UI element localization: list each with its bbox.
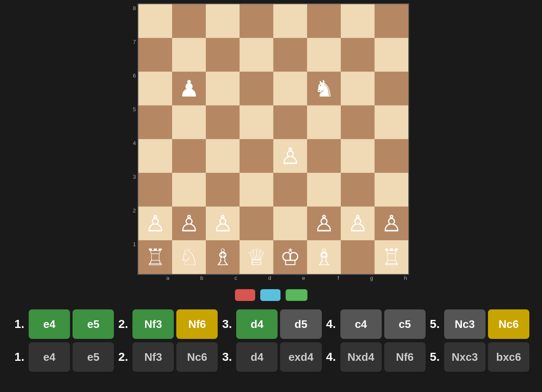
square-d2[interactable] xyxy=(240,207,273,240)
guess-move-number-1: 1. xyxy=(13,317,26,331)
square-f1[interactable]: ♗ xyxy=(307,240,341,274)
guess-tile-2-black[interactable]: Nf6 xyxy=(176,309,218,339)
guess-tile-5-black[interactable]: Nc6 xyxy=(488,309,529,339)
square-h3[interactable] xyxy=(375,173,408,207)
square-f3[interactable] xyxy=(307,173,341,207)
square-b2[interactable]: ♙ xyxy=(172,207,206,240)
square-d1[interactable]: ♕ xyxy=(240,240,273,274)
chess-piece: ♕ xyxy=(246,246,267,268)
square-h2[interactable]: ♙ xyxy=(375,207,408,240)
answer-tile-2-black: Nc6 xyxy=(176,342,218,372)
answer-row: 1.e4e52.Nf3Nc63.d4exd44.Nxd4Nf65.Nxc3bxc… xyxy=(13,342,529,372)
square-f4[interactable] xyxy=(307,139,341,173)
square-a8[interactable] xyxy=(138,4,172,38)
guess-tile-1-white[interactable]: e4 xyxy=(29,309,70,339)
square-c6[interactable] xyxy=(206,72,240,105)
fill-correct-guesses-button[interactable] xyxy=(286,289,307,301)
square-f7[interactable] xyxy=(307,38,341,72)
square-b8[interactable] xyxy=(172,4,206,38)
square-b1[interactable]: ♘ xyxy=(172,240,206,274)
square-h4[interactable] xyxy=(375,139,408,173)
guess-tile-3-white[interactable]: d4 xyxy=(236,309,278,339)
square-e1[interactable]: ♔ xyxy=(273,240,307,274)
answer-tile-2-white: Nf3 xyxy=(132,342,174,372)
square-g1[interactable] xyxy=(341,240,375,274)
square-g4[interactable] xyxy=(341,139,375,173)
square-f8[interactable] xyxy=(307,4,341,38)
guess-move-number-5: 5. xyxy=(428,317,442,331)
answer-tile-3-white: d4 xyxy=(236,342,278,372)
square-c2[interactable]: ♙ xyxy=(206,207,240,240)
square-g2[interactable]: ♙ xyxy=(341,207,375,240)
answer-tile-4-white: Nxd4 xyxy=(340,342,382,372)
controls-bar xyxy=(0,282,542,309)
guess-tile-4-white[interactable]: c4 xyxy=(340,309,382,339)
guess-tile-4-black[interactable]: c5 xyxy=(384,309,426,339)
square-a7[interactable] xyxy=(138,38,172,72)
guess-tile-5-white[interactable]: Nc3 xyxy=(444,309,485,339)
square-g3[interactable] xyxy=(341,173,375,207)
square-f2[interactable]: ♙ xyxy=(307,207,341,240)
square-a1[interactable]: ♖ xyxy=(138,240,172,274)
undo-move-button[interactable] xyxy=(235,289,255,301)
chess-board[interactable]: ♟♞♙♙♙♙♙♙♙♖♘♗♕♔♗♖ xyxy=(138,3,409,275)
square-h6[interactable] xyxy=(375,72,408,105)
answer-move-number-4: 4. xyxy=(324,350,338,364)
square-h1[interactable]: ♖ xyxy=(375,240,408,274)
square-c5[interactable] xyxy=(206,105,240,139)
square-e7[interactable] xyxy=(273,38,307,72)
square-a3[interactable] xyxy=(138,173,172,207)
square-c4[interactable] xyxy=(206,139,240,173)
square-c3[interactable] xyxy=(206,173,240,207)
file-g: g xyxy=(341,275,375,281)
square-g8[interactable] xyxy=(341,4,375,38)
answer-move-number-5: 5. xyxy=(428,350,442,364)
chess-piece: ♗ xyxy=(213,246,233,268)
square-e2[interactable] xyxy=(273,207,307,240)
square-b4[interactable] xyxy=(172,139,206,173)
square-e6[interactable] xyxy=(273,72,307,105)
file-a: a xyxy=(138,275,171,281)
square-b3[interactable] xyxy=(172,173,206,207)
file-e: e xyxy=(273,275,307,281)
square-c8[interactable] xyxy=(206,4,240,38)
answer-move-number-2: 2. xyxy=(116,350,130,364)
square-c1[interactable]: ♗ xyxy=(206,240,240,274)
square-d6[interactable] xyxy=(240,72,273,105)
square-c7[interactable] xyxy=(206,38,240,72)
square-d7[interactable] xyxy=(240,38,273,72)
square-d4[interactable] xyxy=(240,139,273,173)
square-a2[interactable]: ♙ xyxy=(138,207,172,240)
square-g5[interactable] xyxy=(341,105,375,139)
file-labels: a b c d e f g h xyxy=(138,275,409,281)
square-e4[interactable]: ♙ xyxy=(273,139,307,173)
square-d5[interactable] xyxy=(240,105,273,139)
square-a5[interactable] xyxy=(138,105,172,139)
square-e5[interactable] xyxy=(273,105,307,139)
chess-piece: ♗ xyxy=(314,246,334,268)
square-d3[interactable] xyxy=(240,173,273,207)
square-h7[interactable] xyxy=(375,38,408,72)
square-e3[interactable] xyxy=(273,173,307,207)
square-b7[interactable] xyxy=(172,38,206,72)
square-a4[interactable] xyxy=(138,139,172,173)
chess-piece: ♞ xyxy=(314,77,334,100)
square-f6[interactable]: ♞ xyxy=(307,72,341,105)
square-b6[interactable]: ♟ xyxy=(172,72,206,105)
file-d: d xyxy=(240,275,273,281)
square-g6[interactable] xyxy=(341,72,375,105)
flip-board-button[interactable] xyxy=(260,289,280,301)
square-g7[interactable] xyxy=(341,38,375,72)
square-h8[interactable] xyxy=(375,4,408,38)
square-f5[interactable] xyxy=(307,105,341,139)
square-b5[interactable] xyxy=(172,105,206,139)
square-a6[interactable] xyxy=(138,72,172,105)
guess-tile-1-black[interactable]: e5 xyxy=(73,309,114,339)
chess-board-area: ♟♞♙♙♙♙♙♙♙♖♘♗♕♔♗♖ a b c d e f g h xyxy=(138,3,409,281)
guess-tile-3-black[interactable]: d5 xyxy=(280,309,321,339)
answer-move-number-1: 1. xyxy=(13,350,26,364)
square-e8[interactable] xyxy=(273,4,307,38)
square-h5[interactable] xyxy=(375,105,408,139)
square-d8[interactable] xyxy=(240,4,273,38)
guess-tile-2-white[interactable]: Nf3 xyxy=(132,309,174,339)
